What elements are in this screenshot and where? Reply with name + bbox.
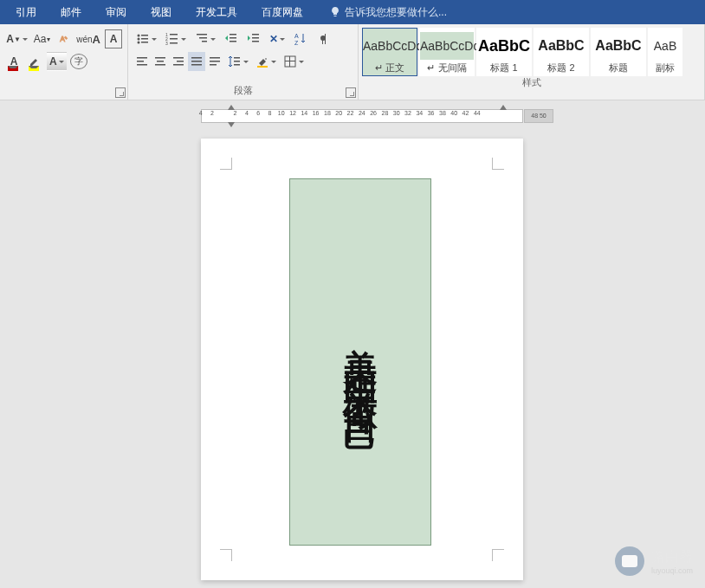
vertical-text[interactable]: 美是回来做自己: [337, 320, 385, 404]
svg-rect-3: [141, 38, 148, 40]
svg-rect-15: [230, 34, 236, 36]
decrease-indent-button[interactable]: [222, 29, 241, 48]
svg-rect-31: [173, 64, 184, 66]
ribbon-group-styles: AaBbCcDd ↵ 正文 AaBbCcDd ↵ 无间隔 AaBbC 标题 1 …: [359, 24, 705, 100]
asian-layout-button[interactable]: ✕: [267, 29, 288, 48]
tellme-search[interactable]: 告诉我您想要做什么...: [315, 5, 447, 20]
svg-rect-14: [202, 41, 207, 42]
margin-mark-tl: [220, 158, 232, 170]
tellme-placeholder: 告诉我您想要做什么...: [345, 5, 447, 20]
svg-rect-44: [289, 56, 290, 67]
bullets-button[interactable]: [133, 29, 159, 48]
svg-rect-16: [230, 37, 236, 39]
svg-rect-39: [234, 61, 240, 62]
menu-references[interactable]: 引用: [3, 0, 49, 24]
align-left-button[interactable]: [133, 52, 151, 71]
pinyin-guide-button[interactable]: wénA: [75, 29, 101, 48]
shading-button[interactable]: [253, 52, 279, 71]
watermark-url: luyouqi.com: [651, 566, 693, 575]
menu-developer[interactable]: 开发工具: [184, 0, 249, 24]
workspace: 4224681012141618202224262830323436384042…: [0, 100, 705, 588]
svg-text:3: 3: [165, 41, 168, 46]
lightbulb-icon: [329, 6, 341, 18]
margin-mark-tr: [492, 158, 504, 170]
svg-rect-9: [170, 38, 178, 40]
watermark-text: 路由器: [651, 548, 693, 566]
svg-rect-24: [137, 61, 144, 62]
ribbon-group-font: A▼ Aa▾ wénA A A A 字: [0, 24, 128, 100]
style-no-spacing[interactable]: AaBbCcDd ↵ 无间隔: [419, 28, 475, 76]
svg-rect-13: [199, 37, 207, 39]
document-page[interactable]: 美是回来做自己: [201, 139, 523, 580]
font-group-launcher[interactable]: [115, 87, 126, 98]
clear-format-button[interactable]: [55, 29, 72, 48]
svg-rect-12: [197, 34, 207, 36]
multilevel-list-button[interactable]: [192, 29, 218, 48]
ruler-ticks: 4224681012141618202224262830323436384042…: [195, 110, 522, 116]
first-line-indent-marker[interactable]: [228, 105, 235, 110]
margin-mark-bl: [220, 549, 232, 561]
svg-rect-30: [177, 61, 184, 62]
svg-rect-40: [234, 64, 240, 66]
svg-rect-19: [252, 37, 259, 39]
show-marks-button[interactable]: [314, 29, 333, 48]
svg-rect-32: [191, 57, 202, 59]
capitalize-button[interactable]: Aa▾: [32, 29, 51, 48]
menubar: 引用 邮件 审阅 视图 开发工具 百度网盘 告诉我您想要做什么...: [0, 0, 705, 24]
svg-rect-26: [155, 57, 165, 59]
svg-rect-37: [210, 64, 217, 66]
svg-rect-27: [157, 61, 164, 62]
margin-mark-br: [492, 549, 504, 561]
paragraph-group-launcher[interactable]: [346, 87, 356, 98]
styles-group-label: 样式: [522, 77, 541, 87]
svg-point-2: [138, 38, 140, 41]
style-heading-1[interactable]: AaBbC 标题 1: [476, 28, 532, 76]
svg-rect-17: [230, 41, 236, 42]
menu-review[interactable]: 审阅: [94, 0, 139, 24]
align-right-button[interactable]: [170, 52, 187, 71]
menu-baidu[interactable]: 百度网盘: [249, 0, 315, 24]
svg-rect-18: [252, 34, 259, 36]
font-group-label: [0, 84, 127, 100]
svg-rect-25: [137, 64, 147, 66]
left-indent-marker[interactable]: [228, 122, 235, 127]
style-heading-2[interactable]: AaBbC 标题 2: [534, 28, 589, 76]
change-case-button[interactable]: A▼: [5, 29, 29, 48]
svg-rect-28: [155, 64, 165, 66]
ribbon-group-paragraph: 123 ✕ AZ: [128, 24, 359, 100]
style-title[interactable]: AaBbC 标题: [591, 28, 646, 76]
svg-rect-41: [257, 66, 268, 68]
ribbon: A▼ Aa▾ wénA A A A 字: [0, 24, 705, 100]
watermark: 路由器 luyouqi.com: [615, 546, 693, 576]
align-center-button[interactable]: [152, 52, 169, 71]
menu-mailings[interactable]: 邮件: [49, 0, 94, 24]
borders-button[interactable]: [281, 52, 307, 71]
numbering-button[interactable]: 123: [163, 29, 189, 48]
right-indent-marker[interactable]: [500, 105, 507, 110]
line-spacing-button[interactable]: [225, 52, 251, 71]
paragraph-group-label: 段落: [234, 85, 253, 95]
style-subtitle[interactable]: AaB 副标: [648, 28, 682, 76]
watermark-logo-icon: [615, 546, 644, 576]
style-normal[interactable]: AaBbCcDd ↵ 正文: [362, 28, 417, 76]
sort-button[interactable]: AZ: [291, 29, 310, 48]
svg-rect-38: [234, 57, 240, 59]
svg-point-4: [138, 42, 140, 44]
svg-rect-23: [137, 57, 147, 59]
svg-rect-34: [191, 64, 202, 66]
align-justify-button[interactable]: [188, 52, 205, 71]
svg-point-0: [138, 35, 140, 37]
horizontal-ruler[interactable]: 4224681012141618202224262830323436384042…: [201, 109, 523, 123]
character-border-button[interactable]: A: [105, 29, 122, 48]
enclose-characters-button[interactable]: 字: [70, 54, 87, 69]
character-shading-button[interactable]: A: [47, 52, 67, 71]
styles-gallery[interactable]: AaBbCcDd ↵ 正文 AaBbCcDd ↵ 无间隔 AaBbC 标题 1 …: [359, 24, 704, 76]
menu-view[interactable]: 视图: [139, 0, 184, 24]
svg-rect-20: [252, 41, 259, 42]
highlight-button[interactable]: [26, 52, 43, 71]
increase-indent-button[interactable]: [244, 29, 263, 48]
font-color-button[interactable]: A: [5, 52, 23, 71]
text-box[interactable]: 美是回来做自己: [289, 178, 431, 546]
svg-rect-7: [170, 34, 178, 36]
align-distribute-button[interactable]: [206, 52, 223, 71]
